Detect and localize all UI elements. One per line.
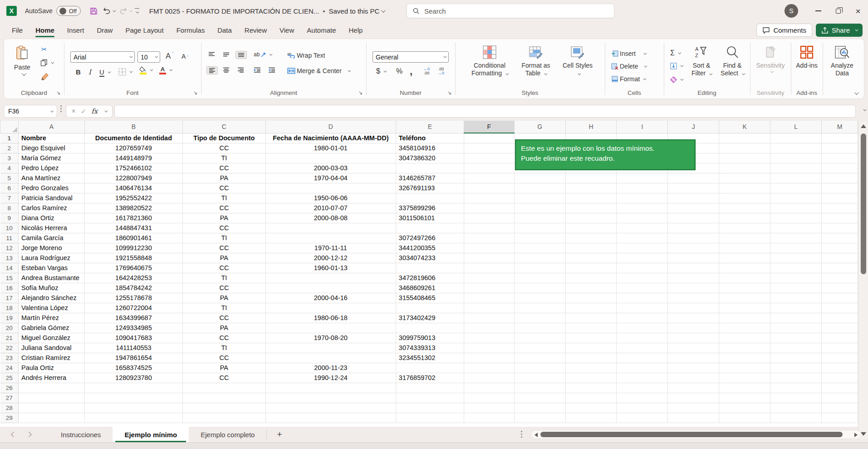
cell-M6[interactable] <box>821 183 858 193</box>
cell-M3[interactable] <box>821 153 858 163</box>
ribbon-tab-data[interactable]: Data <box>212 23 237 37</box>
cell-J8[interactable] <box>668 203 719 213</box>
cell-A11[interactable]: Camila García <box>18 233 84 243</box>
cell-B17[interactable]: 1255178678 <box>84 293 182 303</box>
undo-button[interactable] <box>101 5 116 17</box>
fill-button[interactable] <box>668 62 684 70</box>
cell-L5[interactable] <box>770 173 822 183</box>
cell-D6[interactable] <box>265 183 396 193</box>
column-header-E[interactable]: E <box>396 121 464 133</box>
cell-K3[interactable] <box>719 153 770 163</box>
cell-C13[interactable]: PA <box>182 253 265 263</box>
cell-G10[interactable] <box>514 223 565 233</box>
redo-button[interactable] <box>118 5 133 17</box>
ribbon-tab-review[interactable]: Review <box>239 23 272 37</box>
cell-D14[interactable]: 1960-01-13 <box>265 263 396 273</box>
cell-M19[interactable] <box>821 313 858 323</box>
cell-G22[interactable] <box>514 343 565 353</box>
cell-A16[interactable]: Sofía Muñoz <box>18 283 84 293</box>
cell-I8[interactable] <box>617 203 668 213</box>
cell-J10[interactable] <box>668 223 719 233</box>
find-select-button[interactable]: Find & Select <box>718 45 746 77</box>
cell-C9[interactable]: PA <box>182 213 265 223</box>
cell-H5[interactable] <box>565 173 617 183</box>
cell-F29[interactable] <box>464 413 514 423</box>
cell-H25[interactable] <box>565 373 617 383</box>
cell-A14[interactable]: Esteban Vargas <box>18 263 84 273</box>
cell-B3[interactable]: 1449148979 <box>84 153 182 163</box>
cell-B7[interactable]: 1952552422 <box>84 193 182 203</box>
cell-J27[interactable] <box>668 393 719 403</box>
cell-C14[interactable]: CC <box>182 263 265 273</box>
clipboard-dialog-launcher[interactable]: ↘ <box>56 90 60 96</box>
cell-M9[interactable] <box>821 213 858 223</box>
expand-formula-bar-button[interactable] <box>863 108 866 111</box>
cell-G11[interactable] <box>514 233 565 243</box>
cell-A28[interactable] <box>18 403 84 413</box>
cell-D1[interactable]: Fecha de Nacimiento (AAAA-MM-DD) <box>265 133 396 143</box>
align-bottom-button[interactable] <box>235 51 247 59</box>
cell-J7[interactable] <box>668 193 719 203</box>
cell-J18[interactable] <box>668 303 719 313</box>
cell-J13[interactable] <box>668 253 719 263</box>
name-box[interactable]: F36 <box>4 105 57 118</box>
cell-D3[interactable] <box>265 153 396 163</box>
cell-J29[interactable] <box>668 413 719 423</box>
cell-K9[interactable] <box>719 213 770 223</box>
cell-K1[interactable] <box>719 133 770 143</box>
cell-B28[interactable] <box>84 403 182 413</box>
cell-D10[interactable] <box>265 223 396 233</box>
scroll-down-arrow[interactable] <box>861 432 866 436</box>
column-header-F[interactable]: F <box>464 121 514 133</box>
column-header-K[interactable]: K <box>719 121 770 133</box>
enter-button[interactable]: ✓ <box>81 108 86 115</box>
clear-button[interactable] <box>668 75 684 84</box>
cell-M17[interactable] <box>821 293 858 303</box>
cell-A13[interactable]: Laura Rodríguez <box>18 253 84 263</box>
cell-K4[interactable] <box>719 163 770 173</box>
excel-logo-icon[interactable]: X <box>6 6 17 16</box>
cell-A3[interactable]: María Gómez <box>18 153 84 163</box>
cell-B19[interactable]: 1634399687 <box>84 313 182 323</box>
cell-L23[interactable] <box>770 353 822 363</box>
cell-E24[interactable] <box>396 363 464 373</box>
sort-filter-button[interactable]: AZ Sort & Filter <box>687 45 716 77</box>
cell-A19[interactable]: Martín Pérez <box>18 313 84 323</box>
cell-B23[interactable]: 1947861654 <box>84 353 182 363</box>
cell-L8[interactable] <box>770 203 822 213</box>
cell-C20[interactable]: PA <box>182 323 265 333</box>
cell-L17[interactable] <box>770 293 822 303</box>
cell-G18[interactable] <box>514 303 565 313</box>
cell-G9[interactable] <box>514 213 565 223</box>
cell-F12[interactable] <box>464 243 514 253</box>
cell-C5[interactable]: PA <box>182 173 265 183</box>
cell-A5[interactable]: Ana Martínez <box>18 173 84 183</box>
cell-B27[interactable] <box>84 393 182 403</box>
cell-A29[interactable] <box>18 413 84 423</box>
cell-A17[interactable]: Alejandro Sánchez <box>18 293 84 303</box>
insert-function-button[interactable]: fx <box>91 107 98 115</box>
cell-C22[interactable]: TI <box>182 343 265 353</box>
cell-D12[interactable]: 1970-11-11 <box>265 243 396 253</box>
cell-J26[interactable] <box>668 383 719 393</box>
wrap-text-button[interactable]: ab Wrap Text <box>285 51 327 60</box>
cell-H13[interactable] <box>565 253 617 263</box>
number-dialog-launcher[interactable]: ↘ <box>447 90 451 96</box>
ribbon-tab-file[interactable]: File <box>6 23 28 37</box>
column-header-A[interactable]: A <box>18 121 84 133</box>
cell-C19[interactable]: CC <box>182 313 265 323</box>
cell-H14[interactable] <box>565 263 617 273</box>
comma-style-button[interactable]: , <box>408 64 414 78</box>
row-header-5[interactable]: 5 <box>0 173 19 183</box>
cell-B2[interactable]: 1207659749 <box>84 143 182 153</box>
column-header-J[interactable]: J <box>668 121 719 133</box>
cell-B21[interactable]: 1090417683 <box>84 333 182 343</box>
cell-E28[interactable] <box>396 403 464 413</box>
cell-G8[interactable] <box>514 203 565 213</box>
cell-B8[interactable]: 1389820522 <box>84 203 182 213</box>
row-header-9[interactable]: 9 <box>0 213 19 223</box>
cell-M14[interactable] <box>821 263 858 273</box>
cell-M20[interactable] <box>821 323 858 333</box>
cell-D26[interactable] <box>265 383 396 393</box>
cell-C29[interactable] <box>182 413 265 423</box>
